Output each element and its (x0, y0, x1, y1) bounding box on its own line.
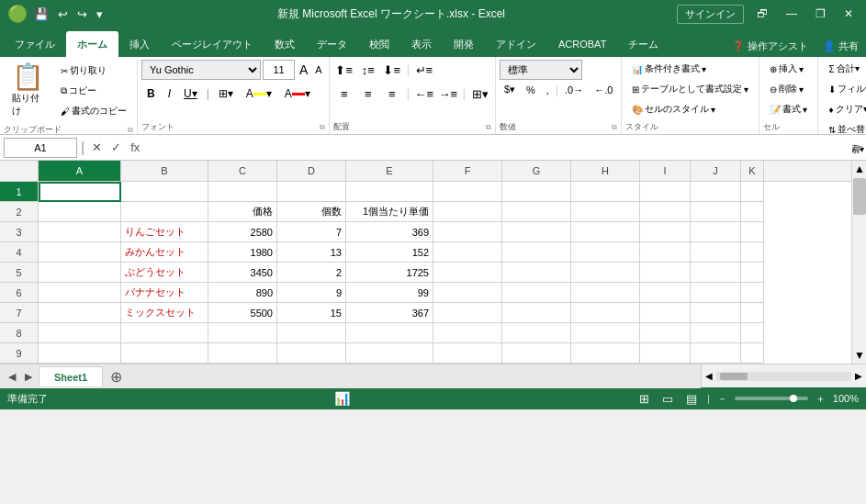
cell-H1[interactable] (571, 182, 640, 202)
sum-btn[interactable]: Σ 合計▾ (822, 60, 865, 78)
tab-acrobat[interactable]: ACROBAT (547, 31, 617, 57)
cell-B3[interactable]: りんごセット (121, 222, 208, 242)
h-scroll-track[interactable] (716, 372, 851, 381)
wrap-text-btn[interactable]: ↵≡ (413, 60, 435, 80)
sheet-scroll-right-btn[interactable]: ▶ (20, 368, 37, 386)
row-header-4[interactable]: 4 (0, 242, 39, 263)
cell-I7[interactable] (640, 303, 691, 323)
cell-I3[interactable] (640, 222, 691, 242)
h-scroll-left-btn[interactable]: ◀ (702, 371, 716, 381)
underline-button[interactable]: U▾ (178, 84, 203, 104)
cell-D6[interactable]: 9 (277, 283, 346, 303)
tab-home[interactable]: ホーム (66, 31, 118, 57)
cell-F9[interactable] (433, 343, 502, 364)
cell-D1[interactable] (277, 182, 346, 202)
paste-button[interactable]: 📋 貼り付け (4, 60, 52, 122)
cell-A8[interactable] (39, 323, 121, 343)
cell-F4[interactable] (433, 242, 502, 263)
horizontal-scrollbar[interactable]: ◀ ▶ (701, 364, 866, 387)
cell-A1[interactable] (39, 182, 121, 202)
col-header-E[interactable]: E (346, 161, 433, 181)
cell-D3[interactable]: 7 (277, 222, 346, 242)
font-name-select[interactable]: Yu Gothic (141, 60, 261, 80)
scroll-up-btn[interactable]: ▲ (852, 161, 866, 177)
font-grow-btn[interactable]: A (297, 61, 310, 79)
tab-review[interactable]: 校閲 (358, 31, 400, 57)
cell-C1[interactable] (208, 182, 277, 202)
cell-D5[interactable]: 2 (277, 263, 346, 283)
tab-file[interactable]: ファイル (4, 31, 66, 57)
cell-A4[interactable] (39, 242, 121, 263)
currency-btn[interactable]: $▾ (500, 82, 520, 97)
cell-B4[interactable]: みかんセット (121, 242, 208, 263)
save-quick-btn[interactable]: 💾 (31, 6, 51, 23)
normal-view-btn[interactable]: ⊞ (636, 391, 652, 407)
align-left-btn[interactable]: ≡ (333, 84, 355, 104)
cell-C4[interactable]: 1980 (208, 242, 277, 263)
row-header-5[interactable]: 5 (0, 263, 39, 283)
format-btn[interactable]: 📝 書式▾ (763, 100, 814, 118)
align-middle-left-btn[interactable]: ↕≡ (357, 60, 379, 80)
cell-G9[interactable] (502, 343, 571, 364)
cell-E6[interactable]: 99 (346, 283, 433, 303)
row-header-7[interactable]: 7 (0, 303, 39, 323)
percent-btn[interactable]: % (522, 83, 540, 97)
col-header-B[interactable]: B (121, 161, 208, 181)
insert-btn[interactable]: ⊕ 挿入▾ (763, 60, 810, 78)
cell-C7[interactable]: 5500 (208, 303, 277, 323)
scroll-down-btn[interactable]: ▼ (852, 347, 866, 364)
cancel-formula-btn[interactable]: ✕ (88, 139, 106, 156)
cell-B9[interactable] (121, 343, 208, 364)
tab-view[interactable]: 表示 (400, 31, 443, 57)
cell-J1[interactable] (691, 182, 741, 202)
cell-G1[interactable] (502, 182, 571, 202)
cell-F2[interactable] (433, 202, 502, 222)
cell-D4[interactable]: 13 (277, 242, 346, 263)
row-header-1[interactable]: 1 (0, 182, 39, 202)
row-header-9[interactable]: 9 (0, 343, 39, 364)
vertical-scrollbar[interactable]: ▲ ▼ (851, 161, 866, 364)
align-center-btn[interactable]: ≡ (357, 84, 379, 104)
cell-C8[interactable] (208, 323, 277, 343)
cell-E4[interactable]: 152 (346, 242, 433, 263)
cell-J9[interactable] (691, 343, 741, 364)
col-header-G[interactable]: G (502, 161, 571, 181)
tab-addins[interactable]: アドイン (485, 31, 547, 57)
border-button[interactable]: ⊞▾ (213, 84, 239, 104)
cell-styles-btn[interactable]: 🎨 セルのスタイル▾ (625, 100, 722, 118)
cell-K3[interactable] (741, 222, 764, 242)
cell-G3[interactable] (502, 222, 571, 242)
font-color-button[interactable]: A ▾ (279, 84, 316, 104)
align-top-left-btn[interactable]: ⬆≡ (333, 60, 355, 80)
col-header-H[interactable]: H (571, 161, 640, 181)
align-right-btn[interactable]: ≡ (381, 84, 403, 104)
align-bottom-left-btn[interactable]: ⬇≡ (381, 60, 403, 80)
cell-G7[interactable] (502, 303, 571, 323)
font-shrink-btn[interactable]: A (312, 62, 324, 77)
increase-indent-btn[interactable]: →≡ (437, 84, 459, 104)
cell-F5[interactable] (433, 263, 502, 283)
font-expander[interactable]: ⧉ (320, 123, 325, 132)
formula-bar-expand-btn[interactable]: ▾ (856, 140, 862, 155)
cell-F3[interactable] (433, 222, 502, 242)
cell-B7[interactable]: ミックスセット (121, 303, 208, 323)
cell-H5[interactable] (571, 263, 640, 283)
col-header-D[interactable]: D (277, 161, 346, 181)
col-header-J[interactable]: J (691, 161, 741, 181)
minimize-btn[interactable]: — (781, 6, 803, 22)
cell-A9[interactable] (39, 343, 121, 364)
cell-I9[interactable] (640, 343, 691, 364)
cell-B1[interactable] (121, 182, 208, 202)
cell-C5[interactable]: 3450 (208, 263, 277, 283)
cell-I6[interactable] (640, 283, 691, 303)
cut-button[interactable]: ✂切り取り (54, 62, 133, 80)
clipboard-expander[interactable]: ⧉ (128, 126, 133, 135)
cell-B8[interactable] (121, 323, 208, 343)
bold-button[interactable]: B (141, 84, 161, 104)
cell-B2[interactable] (121, 202, 208, 222)
cell-J4[interactable] (691, 242, 741, 263)
new-sheet-btn[interactable]: ⊕ (103, 368, 129, 386)
cell-D8[interactable] (277, 323, 346, 343)
cell-I8[interactable] (640, 323, 691, 343)
cell-B6[interactable]: バナナセット (121, 283, 208, 303)
